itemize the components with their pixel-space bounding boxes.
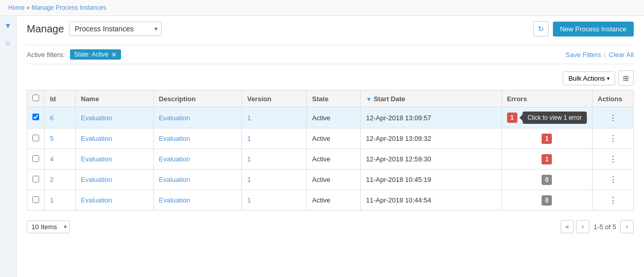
row-state: Active: [307, 128, 361, 149]
table-row: 1EvaluationEvaluation1Active11-Apr-2018 …: [27, 190, 634, 211]
row-id-link[interactable]: 5: [50, 135, 54, 142]
manage-dropdown-select[interactable]: Process Instances Tasks Jobs: [69, 22, 162, 36]
save-filters-link[interactable]: Save Filters: [566, 51, 601, 59]
row-checkbox[interactable]: [32, 196, 39, 203]
row-version-link[interactable]: 1: [247, 196, 251, 204]
row-actions: ⋮: [593, 107, 634, 128]
manage-dropdown[interactable]: Process Instances Tasks Jobs: [69, 22, 162, 36]
row-errors: 1Click to view 1 error: [501, 107, 592, 128]
sort-icon: ▼: [366, 96, 372, 102]
bulk-actions-button[interactable]: Bulk Actions ▾: [563, 71, 615, 85]
breadcrumb-current[interactable]: Manage Process Instances: [31, 4, 106, 11]
toolbar-row: Bulk Actions ▾ ⊞: [27, 70, 634, 86]
row-name-link[interactable]: Evaluation: [81, 176, 112, 183]
error-badge-container: 1: [542, 134, 552, 144]
row-actions-menu-button[interactable]: ⋮: [606, 194, 620, 206]
header-errors: Errors: [501, 90, 592, 107]
row-description: Evaluation: [153, 170, 242, 190]
row-id-link[interactable]: 6: [50, 114, 54, 122]
first-page-button[interactable]: «: [561, 220, 574, 233]
row-version: 1: [242, 149, 307, 170]
prev-page-button[interactable]: ‹: [576, 220, 589, 233]
error-badge[interactable]: 1: [542, 134, 552, 144]
row-version-link[interactable]: 1: [247, 114, 251, 122]
error-tooltip[interactable]: Click to view 1 error: [523, 112, 587, 124]
row-checkbox-cell: [27, 170, 45, 190]
row-description-link[interactable]: Evaluation: [159, 196, 190, 204]
table-row: 5EvaluationEvaluation1Active12-Apr-2018 …: [27, 128, 634, 149]
breadcrumb-sep: »: [26, 4, 30, 11]
row-id-link[interactable]: 1: [50, 196, 54, 204]
header-id: Id: [45, 90, 76, 107]
new-process-button[interactable]: New Process Instance: [553, 22, 634, 36]
next-page-button[interactable]: ›: [620, 220, 634, 233]
row-description-link[interactable]: Evaluation: [159, 176, 190, 183]
header-row: Manage Process Instances Tasks Jobs ↻ Ne…: [27, 21, 634, 36]
row-checkbox[interactable]: [32, 114, 39, 120]
row-version-link[interactable]: 1: [247, 176, 251, 183]
bulk-actions-label: Bulk Actions: [568, 75, 605, 82]
row-id: 4: [45, 149, 76, 170]
row-start-date: 11-Apr-2018 10:44:54: [360, 190, 501, 211]
row-id: 5: [45, 128, 76, 149]
row-name-link[interactable]: Evaluation: [81, 114, 112, 122]
filter-tag: State: Active ✕: [70, 49, 121, 60]
row-description: Evaluation: [153, 128, 242, 149]
row-actions: ⋮: [593, 170, 634, 190]
row-checkbox[interactable]: [32, 155, 39, 162]
row-description: Evaluation: [153, 149, 242, 170]
row-name-link[interactable]: Evaluation: [81, 155, 112, 163]
row-description-link[interactable]: Evaluation: [159, 135, 190, 142]
table-row: 2EvaluationEvaluation1Active11-Apr-2018 …: [27, 170, 634, 190]
row-name-link[interactable]: Evaluation: [81, 196, 112, 204]
row-actions-menu-button[interactable]: ⋮: [606, 112, 620, 124]
row-description-link[interactable]: Evaluation: [159, 155, 190, 163]
row-name-link[interactable]: Evaluation: [81, 135, 112, 142]
filter-icon[interactable]: ▼: [3, 20, 14, 31]
row-name: Evaluation: [76, 170, 154, 190]
header-start-date[interactable]: ▼Start Date: [360, 90, 501, 107]
row-description-link[interactable]: Evaluation: [159, 114, 190, 122]
error-badge[interactable]: 1: [507, 113, 517, 123]
row-actions-menu-button[interactable]: ⋮: [606, 133, 620, 144]
header-actions: ↻ New Process Instance: [533, 21, 634, 36]
refresh-button[interactable]: ↻: [533, 21, 549, 36]
error-badge[interactable]: 1: [542, 154, 552, 164]
remove-filter-icon[interactable]: ✕: [111, 51, 117, 58]
star-icon[interactable]: ☆: [3, 38, 14, 49]
main-content: Manage Process Instances Tasks Jobs ↻ Ne…: [16, 16, 644, 277]
header-state: State: [307, 90, 361, 107]
items-select-container[interactable]: 10 Items 20 Items 50 Items: [27, 220, 70, 233]
header-version: Version: [242, 90, 307, 107]
error-badge-container: 1: [542, 154, 552, 164]
row-name: Evaluation: [76, 128, 154, 149]
row-name: Evaluation: [76, 149, 154, 170]
row-checkbox[interactable]: [32, 135, 39, 141]
breadcrumb: Home » Manage Process Instances: [0, 0, 644, 16]
pagination-row: 10 Items 20 Items 50 Items « ‹ 1-5 of 5 …: [27, 217, 634, 233]
row-checkbox[interactable]: [32, 176, 39, 182]
row-id: 1: [45, 190, 76, 211]
row-version-link[interactable]: 1: [247, 135, 251, 142]
row-checkbox-cell: [27, 149, 45, 170]
table-header-row: Id Name Description Version State ▼Start…: [27, 90, 634, 107]
row-state: Active: [307, 170, 361, 190]
items-select[interactable]: 10 Items 20 Items 50 Items: [27, 220, 70, 233]
error-badge-container: 1Click to view 1 error: [507, 112, 587, 124]
row-version: 1: [242, 107, 307, 128]
row-actions-menu-button[interactable]: ⋮: [606, 174, 620, 186]
row-id-link[interactable]: 2: [50, 176, 54, 183]
columns-button[interactable]: ⊞: [618, 70, 634, 86]
row-errors: 1: [501, 149, 592, 170]
row-actions-menu-button[interactable]: ⋮: [606, 153, 620, 165]
clear-all-link[interactable]: Clear All: [609, 51, 634, 59]
row-name: Evaluation: [76, 190, 154, 211]
row-version-link[interactable]: 1: [247, 155, 251, 163]
select-all-checkbox[interactable]: [32, 95, 39, 101]
bulk-actions-caret: ▾: [607, 76, 610, 81]
breadcrumb-home[interactable]: Home: [8, 4, 25, 11]
row-actions: ⋮: [593, 128, 634, 149]
row-state: Active: [307, 149, 361, 170]
pagination-controls: « ‹ 1-5 of 5 ›: [561, 220, 634, 233]
row-id-link[interactable]: 4: [50, 155, 54, 163]
